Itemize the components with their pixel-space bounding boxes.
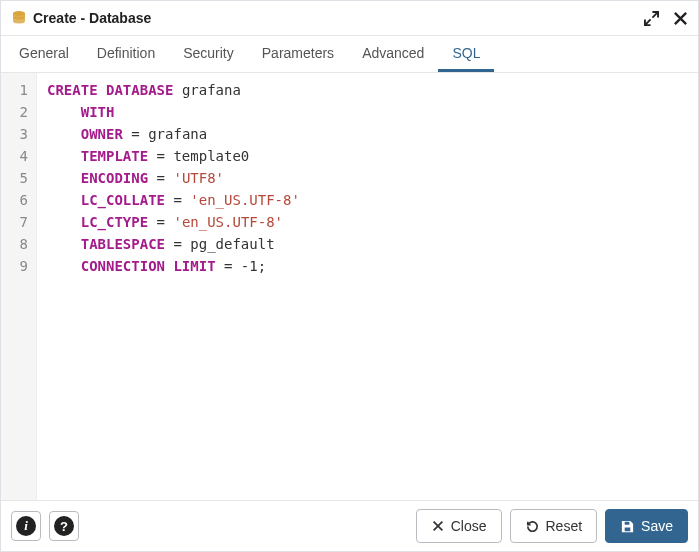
tab-label: General [19, 45, 69, 61]
tab-security[interactable]: Security [169, 36, 248, 72]
tab-label: Security [183, 45, 234, 61]
dialog-title: Create - Database [33, 10, 644, 26]
tab-sql[interactable]: SQL [438, 36, 494, 72]
titlebar: Create - Database [1, 1, 698, 35]
reset-button[interactable]: Reset [510, 509, 598, 543]
sql-editor[interactable]: 123456789 CREATE DATABASE grafana WITH O… [1, 73, 698, 500]
save-button-label: Save [641, 518, 673, 534]
reset-button-label: Reset [546, 518, 583, 534]
code-line: WITH [47, 101, 688, 123]
dialog-footer: i ? Close Reset Save [1, 500, 698, 551]
create-database-dialog: Create - Database GeneralDefinitionSecur… [0, 0, 699, 552]
line-gutter: 123456789 [1, 73, 37, 500]
database-icon [11, 10, 27, 26]
close-icon[interactable] [673, 11, 688, 26]
code-line: TEMPLATE = template0 [47, 145, 688, 167]
code-line: CONNECTION LIMIT = -1; [47, 255, 688, 277]
tab-bar: GeneralDefinitionSecurityParametersAdvan… [1, 35, 698, 73]
save-button[interactable]: Save [605, 509, 688, 543]
code-line: CREATE DATABASE grafana [47, 79, 688, 101]
tab-label: Parameters [262, 45, 334, 61]
tab-parameters[interactable]: Parameters [248, 36, 348, 72]
code-line: LC_COLLATE = 'en_US.UTF-8' [47, 189, 688, 211]
code-line: TABLESPACE = pg_default [47, 233, 688, 255]
code-line: ENCODING = 'UTF8' [47, 167, 688, 189]
tab-label: Definition [97, 45, 155, 61]
code-line: LC_CTYPE = 'en_US.UTF-8' [47, 211, 688, 233]
help-icon: ? [54, 516, 74, 536]
tab-definition[interactable]: Definition [83, 36, 169, 72]
titlebar-actions [644, 11, 688, 26]
info-icon: i [16, 516, 36, 536]
info-button[interactable]: i [11, 511, 41, 541]
expand-icon[interactable] [644, 11, 659, 26]
close-button-label: Close [451, 518, 487, 534]
help-button[interactable]: ? [49, 511, 79, 541]
tab-label: SQL [452, 45, 480, 61]
code-line: OWNER = grafana [47, 123, 688, 145]
sql-code: CREATE DATABASE grafana WITH OWNER = gra… [37, 73, 698, 500]
close-button[interactable]: Close [416, 509, 502, 543]
tab-advanced[interactable]: Advanced [348, 36, 438, 72]
tab-general[interactable]: General [5, 36, 83, 72]
tab-label: Advanced [362, 45, 424, 61]
